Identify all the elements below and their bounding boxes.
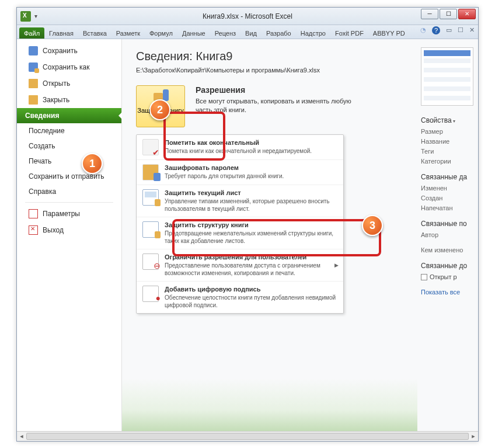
tab-developer[interactable]: Разрабо (262, 27, 296, 39)
permissions-info: Разрешения Все могут открывать, копирова… (196, 85, 353, 115)
menu-title: Зашифровать паролем (165, 164, 284, 171)
sidebar-item-label: Справка (29, 187, 56, 196)
sidebar-item-label: Сохранить (43, 47, 78, 55)
properties-panel: Свойства Размер Название Теги Категории … (417, 39, 478, 441)
doc-close-icon[interactable]: ✕ (469, 26, 475, 34)
sidebar-item-share[interactable]: Сохранить и отправить (17, 169, 121, 184)
sidebar-item-label: Создать (29, 142, 55, 150)
tab-file[interactable]: Файл (19, 27, 44, 39)
menu-item-protect-structure[interactable]: Защитить структуру книгиПредотвращение н… (137, 217, 343, 249)
properties-heading[interactable]: Свойства (421, 116, 476, 124)
prop-author: Автор (421, 231, 476, 238)
tab-data[interactable]: Данные (177, 27, 210, 39)
sidebar-item-help[interactable]: Справка (17, 184, 121, 199)
menu-desc: Обеспечение целостности книги путем доба… (165, 294, 337, 309)
excel-icon (20, 11, 31, 22)
protect-menu: Пометить как окончательныйПометка книги … (136, 134, 344, 314)
prop-modified: Изменен (421, 185, 476, 192)
sidebar-item-new[interactable]: Создать (17, 138, 121, 154)
scrollbar-thumb[interactable] (26, 433, 469, 440)
menu-desc: Управление типами изменений, которые раз… (165, 197, 337, 213)
exit-icon (29, 225, 38, 235)
protect-structure-icon (142, 221, 159, 238)
saveas-icon (29, 62, 38, 72)
tab-view[interactable]: Вид (240, 27, 262, 39)
prop-modifiedby: Кем изменено (421, 246, 476, 253)
menu-item-mark-final[interactable]: Пометить как окончательныйПометка книги … (137, 135, 343, 159)
window-title: Книга9.xlsx - Microsoft Excel (203, 12, 292, 20)
save-icon (29, 46, 38, 55)
menu-item-encrypt[interactable]: Зашифровать паролемТребует пароль для от… (137, 159, 343, 185)
backstage: Сохранить Сохранить как Открыть Закрыть … (17, 39, 478, 441)
sidebar-item-print[interactable]: Печать (17, 154, 121, 169)
sidebar-item-label: Закрыть (43, 96, 69, 104)
titlebar[interactable]: ▾ Книга9.xlsx - Microsoft Excel ─ ☐ ✕ (17, 8, 478, 25)
menu-title: Пометить как окончательный (165, 139, 312, 146)
sidebar-item-recent[interactable]: Последние (17, 123, 121, 138)
sidebar-item-exit[interactable]: Выход (17, 222, 121, 238)
sidebar-item-options[interactable]: Параметры (17, 206, 121, 222)
close-icon (29, 95, 38, 105)
checkbox-icon (421, 274, 427, 280)
annotation-callout-1: 1 (82, 153, 103, 174)
help-icon[interactable]: ? (432, 26, 440, 34)
tab-addins[interactable]: Надстро (296, 27, 330, 39)
prop-created: Создан (421, 195, 476, 202)
app-window: ▾ Книга9.xlsx - Microsoft Excel ─ ☐ ✕ Фа… (16, 7, 479, 442)
tab-foxit[interactable]: Foxit PDF (330, 27, 368, 39)
menu-title: Защитить текущий лист (165, 189, 337, 196)
show-all-link[interactable]: Показать все (421, 289, 476, 296)
open-icon (29, 79, 38, 88)
qat-dropdown[interactable]: ▾ (34, 13, 37, 19)
doc-restore-icon[interactable]: ☐ (458, 26, 463, 34)
sidebar-item-saveas[interactable]: Сохранить как (17, 59, 121, 75)
maximize-button[interactable]: ☐ (440, 9, 457, 19)
scroll-right-arrow-icon[interactable]: ► (469, 432, 478, 441)
open-location-checkbox[interactable]: Открыт р (421, 273, 476, 280)
tab-insert[interactable]: Вставка (78, 27, 111, 39)
menu-item-digital-signature[interactable]: Добавить цифровую подписьОбеспечение цел… (137, 281, 343, 313)
permissions-title: Разрешения (196, 85, 353, 95)
sidebar-item-label: Выход (43, 226, 64, 234)
tab-layout[interactable]: Разметк (111, 27, 145, 39)
related-docs-heading: Связанные до (421, 262, 476, 270)
tab-home[interactable]: Главная (44, 27, 78, 39)
menu-desc: Предотвращение нежелательных изменений с… (165, 230, 337, 245)
menu-title: Ограничить разрешения для пользователей (165, 253, 337, 261)
minimize-button[interactable]: ─ (421, 9, 438, 19)
tab-formulas[interactable]: Формул (145, 27, 177, 39)
prop-tags: Теги (421, 148, 476, 155)
sidebar-item-label: Сохранить как (43, 63, 89, 71)
sidebar-item-open[interactable]: Открыть (17, 75, 121, 92)
annotation-callout-2: 2 (149, 99, 170, 120)
tab-abbyy[interactable]: ABBYY PD (368, 27, 410, 39)
sidebar-divider (25, 202, 113, 203)
restrict-icon (142, 253, 159, 270)
backstage-sidebar: Сохранить Сохранить как Открыть Закрыть … (17, 39, 122, 441)
sidebar-item-info[interactable]: Сведения (17, 108, 121, 123)
sidebar-item-label: Параметры (43, 210, 80, 218)
close-button[interactable]: ✕ (458, 9, 476, 19)
sidebar-item-label: Сведения (25, 112, 59, 120)
menu-item-restrict-permissions[interactable]: Ограничить разрешения для пользователейП… (137, 249, 343, 281)
scroll-left-arrow-icon[interactable]: ◄ (17, 432, 26, 441)
signature-icon (142, 286, 159, 302)
options-icon (29, 209, 38, 218)
ribbon-tabs: Файл Главная Вставка Разметк Формул Данн… (17, 25, 478, 39)
tab-review[interactable]: Реценз (210, 27, 240, 39)
prop-categories: Категории (421, 158, 476, 165)
encrypt-icon (142, 164, 159, 180)
sidebar-item-save[interactable]: Сохранить (17, 43, 121, 59)
permissions-desc: Все могут открывать, копировать и изменя… (196, 97, 353, 115)
menu-desc: Пометка книги как окончательной и нереда… (165, 147, 312, 155)
menu-title: Добавить цифровую подпись (165, 286, 337, 293)
prop-size: Размер (421, 128, 476, 135)
menu-item-protect-sheet[interactable]: Защитить текущий листУправление типами и… (137, 185, 343, 217)
document-thumbnail[interactable] (421, 47, 473, 106)
horizontal-scrollbar[interactable]: ◄ ► (17, 431, 478, 441)
doc-minimize-icon[interactable]: ▭ (446, 26, 452, 34)
sidebar-item-close[interactable]: Закрыть (17, 92, 121, 108)
prop-printed: Напечатан (421, 204, 476, 211)
ribbon-minimize-icon[interactable]: ◔ (420, 26, 426, 34)
menu-title: Защитить структуру книги (165, 221, 337, 228)
